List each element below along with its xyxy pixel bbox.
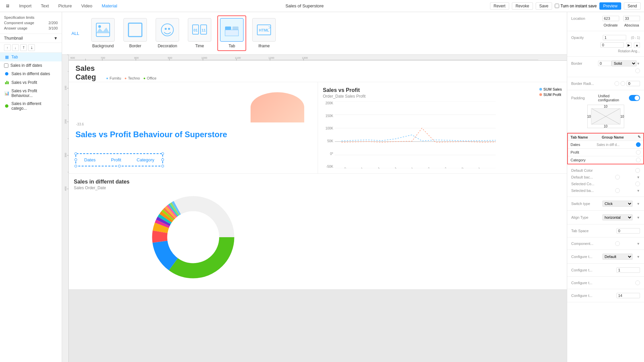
default-bac-arrow: ▼ [637, 175, 640, 179]
all-button[interactable]: ALL [69, 30, 82, 37]
tab-config-edit-icon[interactable]: ✎ [638, 135, 641, 139]
sidebar-item-behaviour[interactable]: 📊 Sales vs Profit Behaviour... [0, 87, 62, 100]
checkbox-sales-diff[interactable] [4, 63, 8, 68]
material-border[interactable]: Border [121, 15, 150, 51]
chart1-legend: SUM Sales SUM Profit [539, 87, 562, 97]
svg-text:>: > [268, 25, 271, 30]
sidebar-item-sales-diff[interactable]: Sales in diff dates [0, 61, 62, 69]
sales-category-title: SalesCateg [75, 64, 96, 82]
rotation-arrow-btn[interactable]: ▶ [626, 43, 632, 48]
border-radius-circle-2[interactable] [621, 81, 625, 86]
svg-text:01: 01 [194, 28, 198, 32]
revert-button[interactable]: Revert [490, 2, 509, 10]
configure-3-btn[interactable] [635, 280, 640, 285]
svg-rect-12 [225, 30, 238, 36]
arrow-bottom-btn[interactable]: ⤓ [28, 44, 35, 51]
default-color-btn[interactable] [635, 168, 640, 173]
configure-4-input[interactable] [616, 293, 640, 298]
switch-type-select[interactable]: Click [602, 201, 633, 207]
background-icon [91, 18, 115, 42]
menu-import[interactable]: Import [17, 3, 34, 9]
material-tab[interactable]: Tab [217, 15, 246, 51]
align-type-select[interactable]: horizontal vertical [602, 214, 633, 220]
menu-video[interactable]: Video [79, 3, 94, 9]
tab-profit[interactable]: Profit [108, 157, 124, 163]
monitor-icon[interactable]: 🖥 [3, 3, 12, 9]
arrow-down-btn[interactable]: ↓ [12, 44, 19, 51]
sidebar-item-category[interactable]: Sales in different catego... [0, 100, 62, 112]
sidebar-item-sales-profit[interactable]: Sales vs Profit [0, 78, 62, 87]
component-color-btn[interactable] [615, 241, 620, 246]
opacity-input[interactable] [603, 35, 626, 40]
rotation-input[interactable] [600, 42, 624, 48]
menu-material[interactable]: Material [100, 3, 119, 9]
header-area: SalesCateg ● Furnitu ● Techno ● Office [69, 61, 567, 82]
chart2-subtitle: Sales Order_Date [74, 186, 313, 190]
tab-config-header: Tab Name Group Name ✎ [568, 134, 643, 141]
border-radius-circle-1[interactable] [614, 81, 619, 86]
svg-text:2014-02-14: 2014-02-14 [385, 167, 397, 168]
svg-point-1 [98, 25, 101, 28]
configure-1-select[interactable]: Default [602, 254, 633, 260]
menu-picture[interactable]: Picture [56, 3, 74, 9]
border-color-btn[interactable] [635, 68, 640, 73]
tab-label: Tab [228, 44, 235, 48]
revoke-button[interactable]: Revoke [512, 2, 533, 10]
thumbnail-arrow-icon[interactable]: ▼ [54, 36, 58, 41]
right-panel: Location Ordinate Abscissa Opacity (0 - … [567, 12, 644, 362]
default-bac-btn[interactable] [615, 175, 620, 179]
ruler-vertical: 100 200 300 400 [62, 55, 69, 362]
menu-text[interactable]: Text [39, 3, 51, 9]
tab-space-input[interactable] [616, 228, 640, 234]
tab-config-category: Category [568, 156, 643, 164]
border-value-input[interactable] [598, 61, 611, 66]
padding-toggle[interactable] [629, 95, 640, 101]
svg-rect-11 [232, 27, 238, 30]
tab-category-color-btn[interactable] [636, 158, 641, 162]
donut-svg [150, 194, 237, 281]
configure-2-input[interactable] [616, 267, 640, 273]
arrow-up-btn[interactable]: ↑ [4, 44, 11, 51]
send-button[interactable]: Send [624, 2, 641, 10]
rp-align-type: Align Type horizontal vertical ▼ [567, 211, 644, 224]
material-iframe[interactable]: HTML > Iframe [250, 15, 278, 51]
border-style-select[interactable]: Solid Dashed Dotted [611, 60, 637, 66]
rotation-up-btn[interactable]: ▲ [634, 43, 640, 48]
opacity-row: Opacity (0 - 1) [571, 34, 640, 41]
tab-space-row: Tab Space [571, 227, 640, 235]
svg-text:11: 11 [202, 28, 206, 32]
configure-4-row: Configure t... [571, 292, 640, 299]
border-row: Border Solid Dashed Dotted ▼ [571, 59, 640, 67]
tab-component[interactable]: Dates Profit Category [75, 153, 163, 166]
tab-profit-color-btn[interactable] [636, 150, 641, 155]
selected-color-btn[interactable] [635, 182, 640, 186]
padding-box: 10 10 10 10 [587, 105, 624, 128]
default-color-row: Default Color [571, 167, 640, 174]
location-row: Location [571, 15, 640, 22]
svg-text:2014-03-25: 2014-03-25 [452, 167, 464, 168]
tab-category[interactable]: Category [134, 157, 157, 163]
border-radius-input[interactable] [627, 81, 640, 86]
selected-ba-btn[interactable] [615, 188, 620, 193]
padding-header-row: Padding Unified configuration [571, 93, 640, 103]
component-arrow: ▼ [637, 242, 640, 246]
location-y-input[interactable] [623, 16, 640, 21]
tab-dates-color-btn[interactable] [636, 142, 641, 147]
material-background[interactable]: Background [89, 15, 117, 51]
material-decoration[interactable]: Decoration [153, 15, 182, 51]
sidebar-item-tab[interactable]: ▦ Tab [0, 53, 62, 61]
tab-dates[interactable]: Dates [82, 157, 98, 163]
arc-area [75, 89, 311, 122]
rp-location: Location Ordinate Abscissa [567, 12, 644, 31]
location-x-input[interactable] [602, 16, 619, 21]
canvas-content[interactable]: SalesCateg ● Furnitu ● Techno ● Office [69, 61, 567, 362]
save-button[interactable]: Save [536, 2, 552, 10]
svg-rect-2 [128, 23, 142, 37]
arrow-top-btn[interactable]: ⤒ [20, 44, 27, 51]
stat-answer: Answer usage 3/100 [4, 25, 58, 31]
instant-save-checkbox[interactable] [555, 4, 559, 8]
material-time[interactable]: 01 11 Time [185, 15, 214, 51]
sidebar-item-sales-dates[interactable]: Sales in differnt dates [0, 69, 62, 78]
svg-text:300: 300 [64, 153, 67, 157]
preview-button[interactable]: Preview [599, 2, 621, 10]
